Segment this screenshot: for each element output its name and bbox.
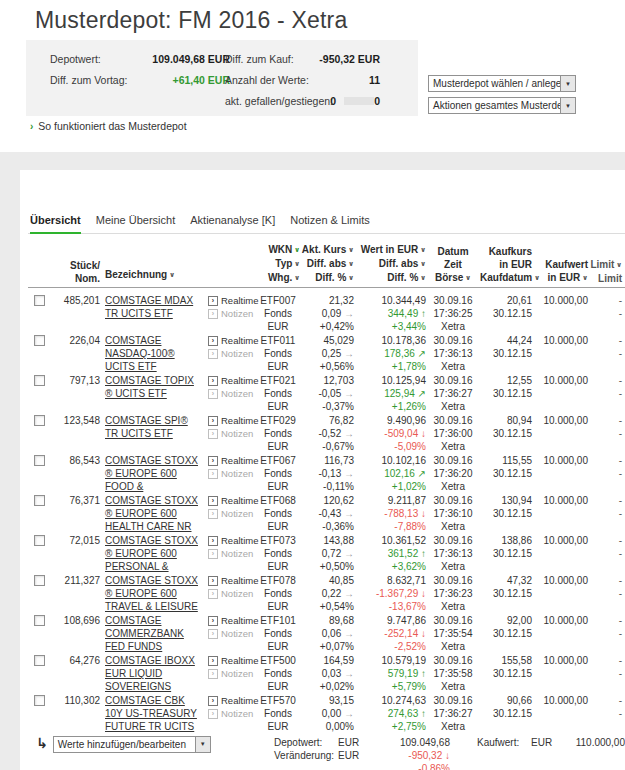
- realtime-link[interactable]: Realtime: [208, 654, 256, 667]
- tab-meine-uebersicht[interactable]: Meine Übersicht: [96, 214, 175, 233]
- dropdown-arrow-icon[interactable]: [195, 737, 210, 752]
- instrument-link[interactable]: COMSTAGE NASDAQ-100® UCITS ETF: [105, 335, 175, 372]
- sort-icon[interactable]: [463, 271, 471, 285]
- notizen-link[interactable]: Notizen: [208, 427, 256, 440]
- realtime-link[interactable]: Realtime: [208, 334, 256, 347]
- notizen-toggle-icon[interactable]: [208, 349, 218, 359]
- instrument-link[interactable]: COMSTAGE MDAX TR UCITS ETF: [105, 295, 193, 319]
- realtime-toggle-icon[interactable]: [208, 416, 218, 426]
- dropdown-arrow-icon[interactable]: [560, 76, 575, 91]
- notizen-toggle-icon[interactable]: [208, 509, 218, 519]
- instrument-link[interactable]: COMSTAGE STOXX ® EUROPE 600 HEALTH CARE …: [105, 495, 198, 533]
- notizen-link[interactable]: Notizen: [208, 467, 256, 480]
- notizen-link[interactable]: Notizen: [208, 347, 256, 360]
- realtime-toggle-icon[interactable]: [208, 616, 218, 626]
- realtime-toggle-icon[interactable]: [208, 576, 218, 586]
- sort-icon[interactable]: [346, 243, 354, 257]
- row-checkbox[interactable]: [34, 615, 45, 626]
- notizen-toggle-icon[interactable]: [208, 549, 218, 559]
- header-datum[interactable]: Datum Zeit Börse: [426, 243, 480, 285]
- header-bezeichnung[interactable]: Bezeichnung: [100, 243, 200, 282]
- realtime-toggle-icon[interactable]: [208, 296, 218, 306]
- instrument-link[interactable]: COMSTAGE CBK 10Y US-TREASURY FUTURE TR U…: [105, 695, 197, 733]
- notizen-toggle-icon[interactable]: [208, 629, 218, 639]
- realtime-link[interactable]: Realtime: [208, 294, 256, 307]
- header-kaufwert[interactable]: Kaufwert in EUR: [532, 243, 588, 285]
- musterdepot-select[interactable]: Musterdepot wählen / anlegen: [428, 75, 576, 92]
- sort-icon-active[interactable]: [292, 243, 300, 257]
- instrument-link[interactable]: COMSTAGE TOPIX ® UCITS ETF: [105, 375, 194, 399]
- sort-icon[interactable]: [418, 243, 426, 257]
- notizen-link[interactable]: Notizen: [208, 587, 256, 600]
- aktionen-select[interactable]: Aktionen gesamtes Musterdepot: [428, 97, 576, 114]
- notizen-toggle-icon[interactable]: [208, 309, 218, 319]
- realtime-toggle-icon[interactable]: [208, 496, 218, 506]
- realtime-toggle-icon[interactable]: [208, 696, 218, 706]
- row-checkbox[interactable]: [34, 575, 45, 586]
- row-checkbox[interactable]: [34, 335, 45, 346]
- sort-icon[interactable]: [580, 271, 588, 285]
- row-checkbox[interactable]: [34, 455, 45, 466]
- realtime-toggle-icon[interactable]: [208, 536, 218, 546]
- notizen-link[interactable]: Notizen: [208, 707, 256, 720]
- row-checkbox[interactable]: [34, 655, 45, 666]
- realtime-toggle-icon[interactable]: [208, 376, 218, 386]
- header-stueck[interactable]: Stück/ Nom.: [50, 243, 100, 285]
- sort-icon[interactable]: [167, 268, 175, 282]
- realtime-link[interactable]: Realtime: [208, 574, 256, 587]
- notizen-toggle-icon[interactable]: [208, 589, 218, 599]
- notizen-link[interactable]: Notizen: [208, 387, 256, 400]
- sort-icon[interactable]: [614, 258, 622, 272]
- tab-aktienanalyse[interactable]: Aktienanalyse [K]: [190, 214, 275, 233]
- header-akt-kurs[interactable]: Akt. Kurs Diff. abs Diff. %: [300, 243, 354, 285]
- realtime-link[interactable]: Realtime: [208, 614, 256, 627]
- realtime-toggle-icon[interactable]: [208, 456, 218, 466]
- header-wert[interactable]: Wert in EUR Diff. abs Diff. %: [354, 243, 426, 285]
- realtime-link[interactable]: Realtime: [208, 414, 256, 427]
- notizen-link[interactable]: Notizen: [208, 627, 256, 640]
- sort-icon[interactable]: [346, 271, 354, 285]
- row-checkbox[interactable]: [34, 415, 45, 426]
- realtime-toggle-icon[interactable]: [208, 656, 218, 666]
- dropdown-arrow-icon[interactable]: [560, 98, 575, 113]
- notizen-link[interactable]: Notizen: [208, 307, 256, 320]
- realtime-link[interactable]: Realtime: [208, 494, 256, 507]
- row-checkbox[interactable]: [34, 295, 45, 306]
- instrument-link[interactable]: COMSTAGE STOXX ® EUROPE 600 FOOD & BEVER…: [105, 455, 198, 493]
- row-checkbox[interactable]: [34, 495, 45, 506]
- help-link[interactable]: ›So funktioniert das Musterdepot: [30, 120, 187, 132]
- instrument-link[interactable]: COMSTAGE COMMERZBANK FED FUNDS EFFECTIVE…: [105, 615, 189, 653]
- sort-icon[interactable]: [346, 257, 354, 271]
- tab-uebersicht[interactable]: Übersicht: [30, 214, 81, 234]
- header-kaufkurs[interactable]: Kaufkurs in EUR Kaufdatum: [480, 243, 532, 285]
- sort-icon[interactable]: [292, 271, 300, 285]
- realtime-link[interactable]: Realtime: [208, 454, 256, 467]
- header-wkn-typ-whg[interactable]: WKN Typ Whg.: [256, 243, 300, 285]
- sort-icon[interactable]: [418, 257, 426, 271]
- sort-icon[interactable]: [292, 257, 300, 271]
- realtime-toggle-icon[interactable]: [208, 336, 218, 346]
- sort-icon[interactable]: [418, 271, 426, 285]
- row-checkbox[interactable]: [34, 695, 45, 706]
- instrument-link[interactable]: COMSTAGE SPI® TR UCITS ETF: [105, 415, 188, 439]
- boerse-value: Xetra: [426, 400, 480, 413]
- realtime-link[interactable]: Realtime: [208, 534, 256, 547]
- notizen-toggle-icon[interactable]: [208, 669, 218, 679]
- notizen-link[interactable]: Notizen: [208, 547, 256, 560]
- notizen-toggle-icon[interactable]: [208, 709, 218, 719]
- header-limit[interactable]: Limit Limit: [588, 243, 622, 285]
- notizen-link[interactable]: Notizen: [208, 667, 256, 680]
- realtime-link[interactable]: Realtime: [208, 374, 256, 387]
- row-checkbox[interactable]: [34, 535, 45, 546]
- werte-bearbeiten-select[interactable]: Werte hinzufügen/bearbeiten: [53, 736, 211, 753]
- tab-notizen-limits[interactable]: Notizen & Limits: [290, 214, 369, 233]
- notizen-toggle-icon[interactable]: [208, 389, 218, 399]
- instrument-link[interactable]: COMSTAGE STOXX ® EUROPE 600 TRAVEL & LEI…: [105, 575, 198, 613]
- notizen-toggle-icon[interactable]: [208, 429, 218, 439]
- notizen-toggle-icon[interactable]: [208, 469, 218, 479]
- instrument-link[interactable]: COMSTAGE STOXX ® EUROPE 600 PERSONAL & H…: [105, 535, 198, 573]
- notizen-link[interactable]: Notizen: [208, 507, 256, 520]
- instrument-link[interactable]: COMSTAGE IBOXX EUR LIQUID SOVEREIGNS DIV…: [105, 655, 195, 693]
- realtime-link[interactable]: Realtime: [208, 694, 256, 707]
- row-checkbox[interactable]: [34, 375, 45, 386]
